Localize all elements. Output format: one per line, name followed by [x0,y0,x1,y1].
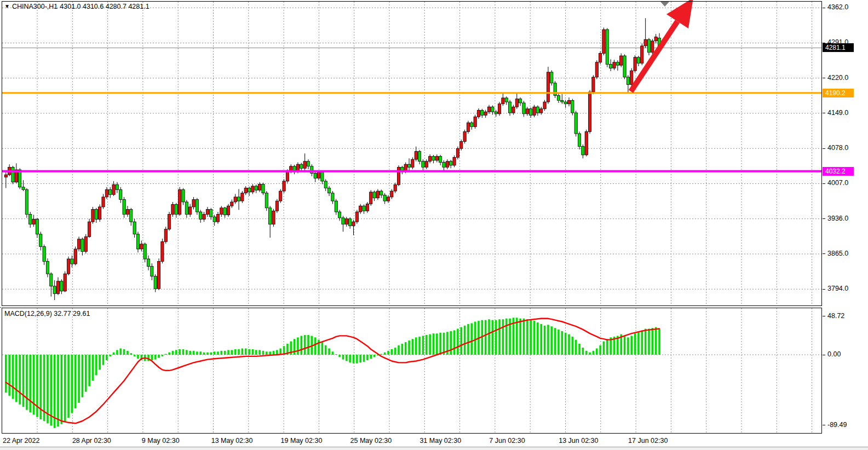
macd-tick-label: 0.00 [827,350,841,358]
macd-indicator-name: MACD(12,26,9) [4,310,52,318]
price-tick [823,78,825,78]
time-axis-label: 22 Apr 2022 [3,437,39,445]
price-tick-label: 4362.0 [827,3,848,11]
macd-label: MACD(12,26,9) 32.77 29.61 [4,310,90,318]
time-axis-label: 28 Apr 02:30 [72,437,111,445]
macd-tick-label: -89.49 [827,421,847,429]
price-tick-label: 4007.0 [827,179,848,187]
macd-indicator-canvas[interactable] [0,308,823,438]
price-tick-label: 3936.0 [827,215,848,222]
price-tick-label: 4149.0 [827,109,848,117]
time-axis-label: 13 May 02:30 [211,437,253,445]
resistance-level-badge: 4190.2 [823,89,854,97]
price-tick [823,289,825,290]
price-tick [823,218,825,219]
ohlc-readout: 4301.0 4310.6 4280.7 4281.1 [60,3,149,10]
time-axis-label: 17 Jun 02:30 [628,437,668,445]
macd-tick [823,425,825,425]
price-tick [823,253,825,254]
macd-tick [823,316,825,316]
time-axis-label: 19 May 02:30 [281,437,323,445]
price-tick-label: 3794.0 [827,285,848,292]
time-axis-label: 7 Jun 02:30 [489,437,525,445]
symbol-timeframe-label: CHINA300-,H1 [12,3,58,10]
trading-terminal-window: ▼CHINA300-,H14301.0 4310.6 4280.7 4281.1… [0,0,868,450]
price-axis[interactable]: 4362.04291.04220.04149.04078.04007.03936… [823,0,868,450]
price-tick [823,183,825,184]
time-axis-label: 9 May 02:30 [142,437,180,445]
price-chart-canvas[interactable] [0,0,823,307]
time-axis-label: 31 May 02:30 [419,437,461,445]
support-level-badge: 4032.2 [823,167,854,176]
time-axis-label: 25 May 02:30 [350,437,392,445]
price-tick-label: 4078.0 [827,144,848,152]
macd-tick [823,355,825,355]
window-bottom-strip [0,447,868,450]
time-axis[interactable]: 22 Apr 202228 Apr 02:309 May 02:3013 May… [0,434,823,447]
price-tick-label: 4220.0 [827,74,848,82]
price-tick-label: 3865.0 [827,250,848,257]
price-tick [823,8,825,8]
macd-tick-label: 48.72 [827,312,844,320]
macd-values: 32.77 29.61 [54,310,90,318]
price-tick [823,113,825,113]
bid-price-badge: 4281.1 [823,43,854,52]
price-tick [823,148,825,149]
symbol-dropdown-icon[interactable]: ▼ [4,3,10,9]
chart-title: ▼CHINA300-,H14301.0 4310.6 4280.7 4281.1 [4,3,152,10]
time-axis-label: 13 Jun 02:30 [559,437,598,445]
